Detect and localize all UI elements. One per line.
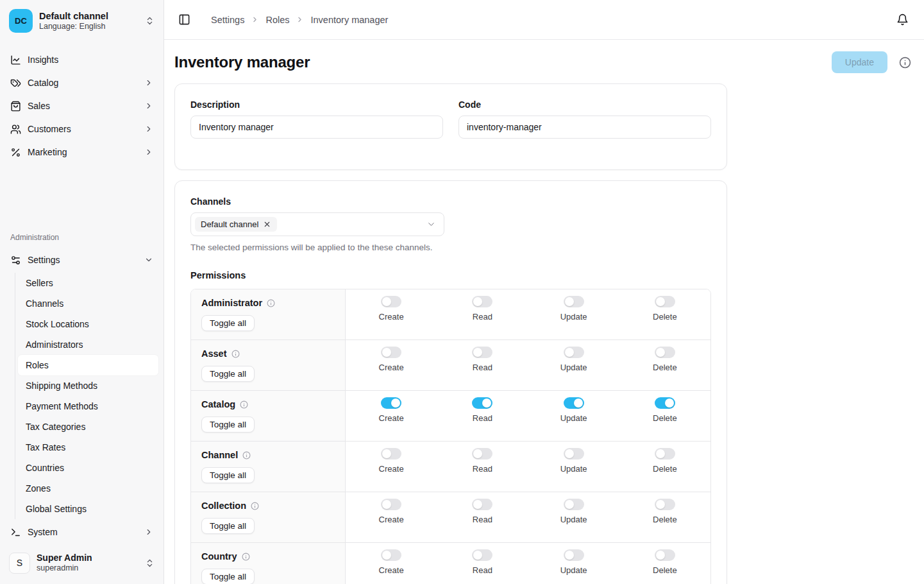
toggle-all-button-country[interactable]: Toggle all [201, 569, 255, 584]
update-button[interactable]: Update [832, 51, 887, 73]
permission-entity-name: Administrator [201, 298, 262, 308]
toggle-all-button-catalog[interactable]: Toggle all [201, 417, 255, 433]
sidebar-item-marketing[interactable]: Marketing [5, 141, 158, 164]
sidebar-subitem-tax-rates[interactable]: Tax Rates [18, 437, 158, 458]
permission-column-label: Read [473, 515, 492, 524]
info-icon[interactable] [231, 350, 240, 358]
toggle-channel-create[interactable] [381, 448, 401, 459]
breadcrumb-settings[interactable]: Settings [211, 15, 244, 25]
permission-cell: Read [437, 543, 528, 584]
permission-row-country: Country Toggle all Create Read Update De… [191, 542, 710, 584]
sidebar-subitem-countries[interactable]: Countries [18, 458, 158, 478]
toggle-collection-read[interactable] [472, 499, 492, 510]
sidebar-item-settings[interactable]: Settings [5, 248, 158, 271]
toggle-administrator-read[interactable] [472, 296, 492, 307]
sidebar-subitem-payment-methods[interactable]: Payment Methods [18, 396, 158, 417]
toggle-country-delete[interactable] [655, 549, 675, 561]
workspace-switcher[interactable]: DC Default channel Language: English [5, 6, 158, 38]
sidebar-item-customers[interactable]: Customers [5, 117, 158, 141]
toggle-all-button-asset[interactable]: Toggle all [201, 366, 255, 382]
code-input[interactable] [458, 116, 711, 139]
toggle-administrator-delete[interactable] [655, 296, 675, 307]
toggle-catalog-create[interactable] [381, 397, 401, 409]
toggle-country-read[interactable] [472, 549, 492, 561]
sidebar-item-label: Customers [28, 124, 138, 134]
toggle-asset-update[interactable] [564, 347, 584, 358]
sidebar-subitem-stock-locations[interactable]: Stock Locations [18, 314, 158, 334]
toggle-collection-create[interactable] [381, 499, 401, 510]
toggle-asset-read[interactable] [472, 347, 492, 358]
sidebar-item-system[interactable]: System [5, 520, 158, 544]
sidebar-subitem-shipping-methods[interactable]: Shipping Methods [18, 375, 158, 396]
permission-row-channel: Channel Toggle all Create Read Update De… [191, 441, 710, 492]
channels-select[interactable]: Default channel [190, 212, 444, 236]
permission-cell: Update [528, 391, 619, 441]
info-icon[interactable] [242, 451, 251, 459]
chevron-right-icon [251, 15, 259, 24]
permission-cell: Delete [619, 442, 710, 492]
toggle-administrator-create[interactable] [381, 296, 401, 307]
chevron-right-icon [296, 15, 304, 24]
breadcrumb: Settings Roles Inventory manager [211, 15, 388, 25]
sidebar-subitem-zones[interactable]: Zones [18, 478, 158, 499]
permission-cell: Delete [619, 492, 710, 542]
remove-channel-icon[interactable] [263, 220, 271, 228]
description-input[interactable] [190, 116, 443, 139]
sidebar-toggle-icon[interactable] [176, 11, 193, 28]
info-icon[interactable] [899, 56, 911, 69]
toggle-asset-delete[interactable] [655, 347, 675, 358]
chevrons-up-down-icon [145, 16, 155, 26]
sidebar-item-sales[interactable]: Sales [5, 94, 158, 117]
toggle-channel-update[interactable] [564, 448, 584, 459]
toggle-catalog-read[interactable] [472, 397, 492, 409]
permission-entity-name: Collection [201, 501, 246, 511]
permission-column-label: Create [379, 464, 404, 474]
chevron-down-icon [426, 219, 436, 229]
toggle-country-update[interactable] [564, 549, 584, 561]
toggle-administrator-update[interactable] [564, 296, 584, 307]
sidebar-subitem-tax-categories[interactable]: Tax Categories [18, 417, 158, 437]
description-field-group: Description [190, 99, 443, 139]
sidebar-item-label: Marketing [28, 147, 138, 157]
toggle-collection-delete[interactable] [655, 499, 675, 510]
sidebar-subitem-administrators[interactable]: Administrators [18, 334, 158, 355]
tags-icon [10, 78, 21, 89]
permission-entity-cell: Country Toggle all [191, 543, 346, 584]
permission-entity-cell: Administrator Toggle all [191, 289, 346, 339]
chart-line-icon [10, 55, 21, 65]
toggle-country-create[interactable] [381, 549, 401, 561]
sidebar-item-insights[interactable]: Insights [5, 48, 158, 71]
toggle-all-button-collection[interactable]: Toggle all [201, 518, 255, 534]
description-label: Description [190, 99, 443, 110]
toggle-all-button-administrator[interactable]: Toggle all [201, 315, 255, 331]
sidebar-subitem-global-settings[interactable]: Global Settings [18, 499, 158, 519]
breadcrumb-roles[interactable]: Roles [265, 15, 289, 25]
workspace-name: Default channel [39, 10, 139, 22]
toggle-collection-update[interactable] [564, 499, 584, 510]
toggle-channel-delete[interactable] [655, 448, 675, 459]
info-icon[interactable] [242, 553, 250, 561]
toggle-channel-read[interactable] [472, 448, 492, 459]
permission-column-label: Read [473, 312, 492, 322]
sidebar-item-label: Catalog [28, 78, 138, 88]
toggle-catalog-update[interactable] [564, 397, 584, 409]
administration-section-label: Administration [5, 233, 158, 242]
user-menu[interactable]: S Super Admin superadmin [5, 549, 158, 578]
info-icon[interactable] [251, 502, 259, 510]
toggle-asset-create[interactable] [381, 347, 401, 358]
permission-column-label: Create [379, 312, 404, 322]
sidebar-subitem-channels[interactable]: Channels [18, 293, 158, 314]
toggle-all-button-channel[interactable]: Toggle all [201, 467, 255, 483]
permission-entity-name: Country [201, 551, 237, 562]
permission-row-collection: Collection Toggle all Create Read Update… [191, 492, 710, 542]
info-icon[interactable] [240, 400, 248, 409]
permission-column-label: Delete [653, 464, 677, 474]
permission-column-label: Create [379, 565, 404, 575]
permission-column-label: Update [560, 363, 587, 372]
info-icon[interactable] [267, 299, 275, 307]
bell-icon[interactable] [894, 11, 911, 28]
toggle-catalog-delete[interactable] [655, 397, 675, 409]
sidebar-item-catalog[interactable]: Catalog [5, 71, 158, 94]
sidebar-subitem-roles[interactable]: Roles [18, 355, 158, 375]
sidebar-subitem-sellers[interactable]: Sellers [18, 273, 158, 293]
